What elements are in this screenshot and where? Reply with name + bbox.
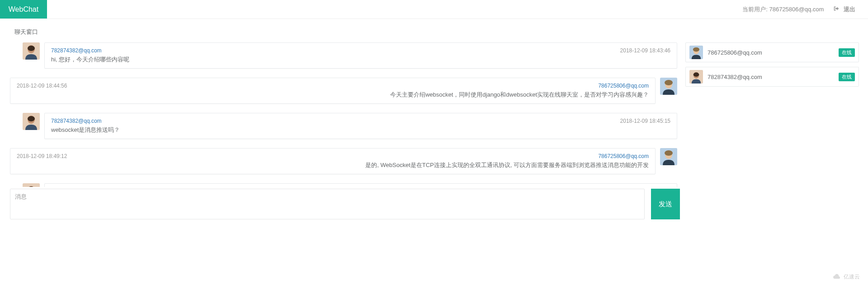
signout-icon <box>834 6 841 13</box>
message-body: websocket是消息推送吗？ <box>51 126 670 134</box>
avatar <box>23 183 40 187</box>
message-author: 786725806@qq.com <box>598 153 649 159</box>
avatar <box>689 46 703 59</box>
message-body: hi, 您好，今天介绍哪些内容呢 <box>51 56 670 64</box>
message-timestamp: 2018-12-09 18:49:12 <box>17 153 67 159</box>
avatar <box>23 113 40 130</box>
status-badge: 在线 <box>839 48 855 57</box>
message-timestamp: 2018-12-09 18:44:56 <box>17 83 67 89</box>
avatar <box>660 148 677 165</box>
message-author: 786725806@qq.com <box>598 83 649 89</box>
message-row: 786725806@qq.com2018-12-09 18:44:56今天主要介… <box>10 78 677 104</box>
message-bubble: 782874382@qq.com2018-12-09 18:43:46hi, 您… <box>44 42 677 69</box>
brand-logo[interactable]: WebChat <box>0 0 47 19</box>
message-body: 是的, WebSocket是在TCP连接上实现的全双工通讯协议, 可以方面需要服… <box>17 161 649 169</box>
message-row: 782874382@qq.com2018-12-09 18:43:46hi, 您… <box>10 42 677 69</box>
message-bubble: 782874382@qq.com2018-12-09 18:45:15webso… <box>44 113 677 139</box>
chat-scroll-area[interactable]: 782874382@qq.com2018-12-09 18:43:46hi, 您… <box>10 42 680 187</box>
user-item[interactable]: 782874382@qq.com在线 <box>685 67 859 87</box>
message-timestamp: 2018-12-09 18:43:46 <box>620 47 670 54</box>
message-bubble: 786725806@qq.com2018-12-09 18:49:12是的, W… <box>10 148 656 174</box>
message-bubble: 786725806@qq.com2018-12-09 18:44:56今天主要介… <box>10 78 656 104</box>
message-bubble: 782874382@qq.com2018-12-09 18:49:39非常感兴趣… <box>44 183 677 187</box>
avatar <box>23 42 40 60</box>
message-timestamp: 2018-12-09 18:45:15 <box>620 118 670 124</box>
user-email: 782874382@qq.com <box>708 74 839 80</box>
current-user-label: 当前用户: 786725806@qq.com <box>742 5 824 14</box>
message-author: 782874382@qq.com <box>51 47 102 54</box>
user-item[interactable]: 786725806@qq.com在线 <box>685 42 859 62</box>
message-input[interactable] <box>10 189 645 219</box>
message-author: 782874382@qq.com <box>51 118 102 124</box>
avatar <box>660 78 677 95</box>
users-list: 786725806@qq.com在线782874382@qq.com在线 <box>685 42 859 219</box>
panel-title: 聊天窗口 <box>10 28 859 36</box>
message-row: 786725806@qq.com2018-12-09 18:49:12是的, W… <box>10 148 677 174</box>
message-body: 今天主要介绍websocket，同时使用django和dwebsocket实现在… <box>17 91 649 99</box>
avatar <box>689 70 703 84</box>
status-badge: 在线 <box>839 73 855 81</box>
message-row: 782874382@qq.com2018-12-09 18:49:39非常感兴趣… <box>10 183 677 187</box>
message-row: 782874382@qq.com2018-12-09 18:45:15webso… <box>10 113 677 139</box>
logout-link[interactable]: 退出 <box>834 5 855 14</box>
user-email: 786725806@qq.com <box>708 49 839 56</box>
send-button[interactable]: 发送 <box>651 189 680 219</box>
navbar: WebChat 当前用户: 786725806@qq.com 退出 <box>0 0 868 19</box>
